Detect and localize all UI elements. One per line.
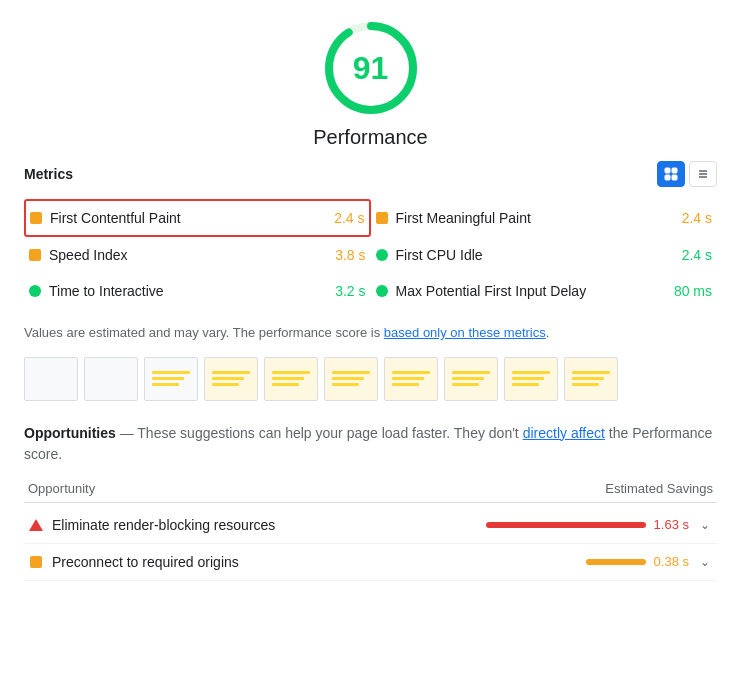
- grid-view-button[interactable]: [657, 161, 685, 187]
- opp-row-render-blocking[interactable]: Eliminate render-blocking resources 1.63…: [24, 507, 717, 544]
- render-blocking-bar: [486, 522, 646, 528]
- filmstrip-frame-6: [324, 357, 378, 401]
- si-name: Speed Index: [49, 247, 327, 263]
- fcp-value: 2.4 s: [334, 210, 364, 226]
- filmstrip[interactable]: [24, 357, 717, 405]
- fcp-indicator: [30, 212, 42, 224]
- metric-fcp[interactable]: First Contentful Paint 2.4 s: [24, 199, 371, 237]
- square-icon: [30, 556, 42, 568]
- preconnect-savings: 0.38 s: [654, 554, 689, 569]
- metrics-title: Metrics: [24, 166, 73, 182]
- render-blocking-chevron[interactable]: ⌄: [697, 517, 713, 533]
- svg-rect-2: [665, 168, 670, 173]
- opp-row-preconnect[interactable]: Preconnect to required origins 0.38 s ⌄: [24, 544, 717, 581]
- score-label: Performance: [313, 126, 428, 149]
- description-text2: .: [546, 325, 550, 340]
- filmstrip-frame-9: [504, 357, 558, 401]
- metric-mpfid[interactable]: Max Potential First Input Delay 80 ms: [371, 273, 718, 309]
- col-opportunity: Opportunity: [28, 481, 95, 496]
- si-indicator: [29, 249, 41, 261]
- render-blocking-bar-container: 1.63 s: [486, 517, 689, 532]
- preconnect-icon: [28, 554, 44, 570]
- fmp-indicator: [376, 212, 388, 224]
- opportunities-text: — These suggestions can help your page l…: [116, 425, 523, 441]
- fci-indicator: [376, 249, 388, 261]
- metric-si[interactable]: Speed Index 3.8 s: [24, 237, 371, 273]
- preconnect-chevron[interactable]: ⌄: [697, 554, 713, 570]
- metrics-link[interactable]: based only on these metrics: [384, 325, 546, 340]
- fmp-value: 2.4 s: [682, 210, 712, 226]
- filmstrip-frame-8: [444, 357, 498, 401]
- score-circle: 91: [323, 20, 419, 116]
- filmstrip-frame-7: [384, 357, 438, 401]
- description-text1: Values are estimated and may vary. The p…: [24, 325, 384, 340]
- opportunities-bold: Opportunities: [24, 425, 116, 441]
- tti-name: Time to Interactive: [49, 283, 327, 299]
- metric-fmp[interactable]: First Meaningful Paint 2.4 s: [371, 199, 718, 237]
- score-value: 91: [353, 50, 389, 87]
- metrics-grid: First Contentful Paint 2.4 s First Meani…: [24, 199, 717, 309]
- fcp-name: First Contentful Paint: [50, 210, 326, 226]
- opportunities-description: Opportunities — These suggestions can he…: [24, 423, 717, 465]
- render-blocking-icon: [28, 517, 44, 533]
- filmstrip-frame-1: [24, 357, 78, 401]
- filmstrip-frame-2: [84, 357, 138, 401]
- filmstrip-frame-10: [564, 357, 618, 401]
- mpfid-name: Max Potential First Input Delay: [396, 283, 666, 299]
- tti-indicator: [29, 285, 41, 297]
- mpfid-indicator: [376, 285, 388, 297]
- preconnect-bar-container: 0.38 s: [586, 554, 689, 569]
- svg-rect-3: [672, 168, 677, 173]
- fmp-name: First Meaningful Paint: [396, 210, 674, 226]
- si-value: 3.8 s: [335, 247, 365, 263]
- score-section: 91 Performance: [24, 20, 717, 149]
- metric-tti[interactable]: Time to Interactive 3.2 s: [24, 273, 371, 309]
- svg-rect-5: [672, 175, 677, 180]
- filmstrip-frame-3: [144, 357, 198, 401]
- metrics-description: Values are estimated and may vary. The p…: [24, 323, 717, 343]
- preconnect-bar: [586, 559, 646, 565]
- opportunities-table-header: Opportunity Estimated Savings: [24, 475, 717, 503]
- svg-rect-4: [665, 175, 670, 180]
- col-savings: Estimated Savings: [605, 481, 713, 496]
- tti-value: 3.2 s: [335, 283, 365, 299]
- mpfid-value: 80 ms: [674, 283, 712, 299]
- filmstrip-frame-5: [264, 357, 318, 401]
- list-view-button[interactable]: [689, 161, 717, 187]
- metrics-header: Metrics: [24, 161, 717, 187]
- render-blocking-name: Eliminate render-blocking resources: [52, 517, 478, 533]
- preconnect-name: Preconnect to required origins: [52, 554, 578, 570]
- fci-name: First CPU Idle: [396, 247, 674, 263]
- directly-affect-link[interactable]: directly affect: [523, 425, 605, 441]
- view-toggle: [657, 161, 717, 187]
- metric-fci[interactable]: First CPU Idle 2.4 s: [371, 237, 718, 273]
- render-blocking-savings: 1.63 s: [654, 517, 689, 532]
- filmstrip-frame-4: [204, 357, 258, 401]
- fci-value: 2.4 s: [682, 247, 712, 263]
- triangle-icon: [29, 519, 43, 531]
